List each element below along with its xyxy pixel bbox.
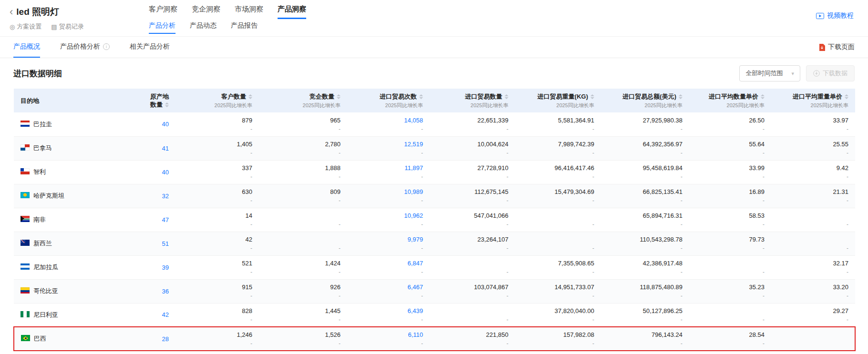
sort-carets-icon[interactable] <box>761 94 765 99</box>
column-header-import_trade_weight_kg[interactable]: 进口贸易重量(KG)2025同比增长率 <box>515 89 601 112</box>
growth-rate-value: - <box>266 269 341 275</box>
import-trade-count-link[interactable]: 10,962 <box>354 212 423 220</box>
import-trade-count-link[interactable]: 9,979 <box>354 235 423 243</box>
origin-count-link[interactable]: 39 <box>162 264 169 271</box>
origin-count-link[interactable]: 41 <box>162 145 169 152</box>
column-header-origin_count[interactable]: 原产地数量 <box>96 89 176 112</box>
sort-carets-icon[interactable] <box>419 94 423 99</box>
trade-records-button[interactable]: ▤ 贸易记录 <box>51 22 83 31</box>
page-tab-bar: 产品概况 产品价格分析 i 相关产品分析 下载页面 <box>0 37 868 58</box>
origin-count-link[interactable]: 42 <box>162 311 169 318</box>
tab-product-price-analysis[interactable]: 产品价格分析 i <box>60 37 110 58</box>
growth-rate-value: - <box>522 293 594 299</box>
cell-destination: 智利 <box>14 160 96 184</box>
cell-competitor_count: - <box>259 208 347 232</box>
growth-rate-value: - <box>182 269 252 275</box>
caret-up-icon <box>845 94 848 96</box>
header-tabs-block: 客户洞察 竞企洞察 市场洞察 产品洞察 产品分析 产品动态 产品报告 <box>149 0 306 36</box>
column-header-import_avg_quantity_price[interactable]: 进口平均数量单价2025同比增长率 <box>689 89 771 112</box>
origin-count-link[interactable]: 40 <box>162 121 169 128</box>
column-header-import_trade_amount_usd[interactable]: 进口贸易总额(美元)2025同比增长率 <box>601 89 689 112</box>
column-header-import_trade_quantity[interactable]: 进口贸易数量2025同比增长率 <box>430 89 515 112</box>
download-page-icon <box>819 44 825 51</box>
time-range-dropdown[interactable]: 全部时间范围 ▾ <box>739 65 800 81</box>
section-actions: 全部时间范围 ▾ 下载数据 <box>739 65 855 81</box>
import-trade-count-link[interactable]: 6,110 <box>354 331 423 339</box>
origin-count-link[interactable]: 36 <box>162 288 169 295</box>
origin-count-link[interactable]: 47 <box>162 216 169 223</box>
import-trade-count-link[interactable]: 12,519 <box>354 140 423 148</box>
download-data-button[interactable]: 下载数据 <box>806 65 855 81</box>
cell-competitor_count: 1,445- <box>259 303 347 327</box>
tab-customer-insight[interactable]: 客户洞察 <box>149 5 177 19</box>
origin-count-link[interactable]: 40 <box>162 169 169 176</box>
cell-competitor_count: 1,424- <box>259 255 347 279</box>
table-header-row: 目的地原产地数量客户数量2025同比增长率竞企数量2025同比增长率进口贸易次数… <box>14 89 855 112</box>
column-header-import_trade_count[interactable]: 进口贸易次数2025同比增长率 <box>347 89 430 112</box>
cell-value: 547,041,066 <box>436 212 508 220</box>
growth-rate-value: - <box>354 245 423 252</box>
import-trade-count-link[interactable]: 14,058 <box>354 116 423 124</box>
import-trade-count-link[interactable]: 10,989 <box>354 188 423 196</box>
cell-value <box>436 259 508 267</box>
sort-carets-icon[interactable] <box>679 94 682 99</box>
sort-carets-icon[interactable] <box>165 102 169 107</box>
settings-target-icon: ◎ <box>10 24 15 30</box>
column-subtitle: 2025同比增长率 <box>266 102 341 109</box>
import-trade-count-link[interactable]: 6,847 <box>354 259 423 267</box>
column-header-competitor_count[interactable]: 竞企数量2025同比增长率 <box>259 89 347 112</box>
tab-related-product-analysis[interactable]: 相关产品分析 <box>130 37 170 58</box>
growth-rate-value: - <box>522 340 594 347</box>
import-trade-count-link[interactable]: 6,467 <box>354 283 423 291</box>
tab-label: 相关产品分析 <box>130 42 170 51</box>
sort-carets-icon[interactable] <box>845 94 848 99</box>
sub-tab-bar: 产品分析 产品动态 产品报告 <box>149 21 306 34</box>
cell-destination: 新西兰 <box>14 232 96 255</box>
cell-value: 2,780 <box>266 140 341 148</box>
cell-import_avg_weight_price: 32.17- <box>771 255 855 279</box>
cell-import_trade_quantity: 10,004,624- <box>430 136 515 160</box>
cell-import_avg_quantity_price: 28.54- <box>689 327 771 351</box>
column-header-customer_count[interactable]: 客户数量2025同比增长率 <box>176 89 259 112</box>
growth-rate-value: - <box>696 173 765 180</box>
cell-value: 7,355,908.65 <box>522 259 594 267</box>
table-row: 尼日利亚42828-1,445-6,439- -37,820,040.00-50… <box>14 303 855 327</box>
cell-value: 5,581,364.91 <box>522 116 594 124</box>
tab-product-insight[interactable]: 产品洞察 <box>278 5 306 19</box>
growth-rate-value: - <box>266 340 341 347</box>
table-row: 巴拿马411,405-2,780-12,519-10,004,624-7,989… <box>14 136 855 160</box>
download-page-button[interactable]: 下载页面 <box>819 43 855 51</box>
column-header-import_avg_weight_price[interactable]: 进口平均重量单价2025同比增长率 <box>771 89 855 112</box>
caret-up-icon <box>679 94 682 96</box>
growth-rate-value: - <box>436 269 508 275</box>
column-title-line: 竞企数量 <box>266 92 341 101</box>
section-bar: 进口数据明细 全部时间范围 ▾ 下载数据 <box>0 58 868 89</box>
tab-product-report[interactable]: 产品报告 <box>231 21 258 34</box>
cell-value: 33.99 <box>696 164 765 172</box>
import-trade-count-link[interactable]: 11,897 <box>354 164 423 172</box>
cell-import_avg_quantity_price: - <box>689 255 771 279</box>
video-tutorial-link[interactable]: 视频教程 <box>816 11 854 20</box>
tab-market-insight[interactable]: 市场洞察 <box>235 5 263 19</box>
growth-rate-value: - <box>778 269 848 275</box>
sort-carets-icon[interactable] <box>248 94 252 99</box>
sort-carets-icon[interactable] <box>337 94 341 99</box>
title-row: ‹ led 照明灯 <box>10 6 149 18</box>
origin-count-link[interactable]: 51 <box>162 240 169 247</box>
cell-origin_count: 40 <box>96 112 176 136</box>
back-chevron-icon[interactable]: ‹ <box>10 7 13 17</box>
origin-count-link[interactable]: 32 <box>162 192 169 200</box>
cell-value <box>696 307 765 315</box>
growth-rate-value: - <box>266 173 341 180</box>
scheme-settings-button[interactable]: ◎ 方案设置 <box>10 22 41 31</box>
tab-product-trends[interactable]: 产品动态 <box>190 21 217 34</box>
import-trade-count-link[interactable]: 6,439 <box>354 307 423 315</box>
tab-product-overview[interactable]: 产品概况 <box>13 37 40 58</box>
sort-carets-icon[interactable] <box>590 94 594 99</box>
tab-competitor-insight[interactable]: 竞企洞察 <box>192 5 220 19</box>
cell-import_trade_amount_usd: 27,925,980.38- <box>601 112 689 136</box>
origin-count-link[interactable]: 28 <box>162 335 169 343</box>
flag-kz-icon <box>21 192 30 198</box>
tab-product-analysis[interactable]: 产品分析 <box>149 21 176 34</box>
sort-carets-icon[interactable] <box>505 94 508 99</box>
